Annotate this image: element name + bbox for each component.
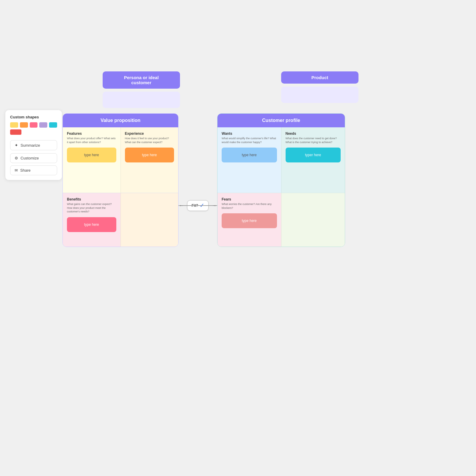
- vp-header: Value proposition: [63, 114, 178, 127]
- needs-cell: Needs What does the customer need to get…: [281, 127, 345, 193]
- chip-teal[interactable]: [49, 122, 57, 128]
- experience-bottom-cell: [120, 193, 178, 247]
- features-desc: What does your product offer? What sets …: [67, 137, 116, 144]
- persona-input[interactable]: [103, 92, 180, 108]
- cp-header: Customer profile: [217, 114, 345, 127]
- main-canvas: Persona or ideal customer Product Value …: [62, 71, 467, 283]
- chip-orange[interactable]: [20, 122, 28, 128]
- share-button[interactable]: ✉ Share: [10, 165, 57, 175]
- fears-desc: What worries the customer? Are there any…: [222, 202, 277, 210]
- experience-desc: How does it feel to use your product? Wh…: [125, 137, 174, 144]
- persona-group: Persona or ideal customer: [83, 71, 199, 108]
- gains-cell: [281, 193, 345, 247]
- persona-label: Persona or ideal customer: [103, 71, 180, 89]
- fears-title: Fears: [222, 197, 277, 201]
- chip-purple[interactable]: [39, 122, 47, 128]
- top-labels-row: Persona or ideal customer Product: [62, 71, 467, 108]
- wants-sticky[interactable]: type here: [222, 148, 277, 162]
- shape-chips-row2: [10, 129, 57, 135]
- benefits-desc: What gains can the customer expect? How …: [67, 202, 116, 214]
- experience-title: Experience: [125, 131, 174, 136]
- arrow-right-icon: →: [212, 203, 217, 208]
- benefits-cell: Benefits What gains can the customer exp…: [63, 193, 120, 247]
- needs-title: Needs: [286, 131, 341, 136]
- chip-pink[interactable]: [30, 122, 38, 128]
- framework-row: Value proposition Features What does you…: [62, 113, 467, 283]
- product-group: Product: [262, 71, 378, 108]
- features-cell: Features What does your product offer? W…: [63, 127, 120, 193]
- cp-top-row: Wants What would simplify the customer's…: [217, 127, 345, 193]
- fit-connector-area: ← → Fit? ✓: [178, 128, 217, 283]
- cp-bottom-row: Fears What worries the customer? Are the…: [217, 193, 345, 247]
- vp-bottom-row: Benefits What gains can the customer exp…: [63, 193, 178, 247]
- fears-sticky[interactable]: type here: [222, 213, 277, 228]
- product-label: Product: [281, 71, 358, 84]
- sliders-icon: ⚙: [15, 156, 18, 160]
- benefits-title: Benefits: [67, 197, 116, 201]
- wants-title: Wants: [222, 131, 277, 136]
- custom-shapes-panel: Custom shapes ✦ Summarize ⚙ Customize ✉ …: [5, 110, 62, 180]
- summarize-label: Summarize: [21, 143, 40, 148]
- needs-desc: What does the customer need to get done?…: [286, 137, 341, 144]
- share-label: Share: [20, 168, 31, 173]
- chip-red[interactable]: [10, 129, 21, 135]
- needs-sticky[interactable]: typer here: [286, 148, 341, 162]
- experience-sticky[interactable]: type here: [125, 148, 174, 162]
- product-input[interactable]: [281, 87, 358, 103]
- value-proposition-section: Value proposition Features What does you…: [62, 113, 178, 247]
- wand-icon: ✦: [15, 143, 18, 148]
- wants-desc: What would simplify the customer's life?…: [222, 137, 277, 144]
- benefits-sticky[interactable]: type here: [67, 217, 116, 232]
- wants-cell: Wants What would simplify the customer's…: [217, 127, 281, 193]
- features-sticky[interactable]: type here: [67, 148, 116, 162]
- customer-profile-section: Customer profile Wants What would simpli…: [217, 113, 345, 247]
- share-icon: ✉: [15, 168, 18, 173]
- shape-chips-row1: [10, 122, 57, 128]
- features-title: Features: [67, 131, 116, 136]
- fears-cell: Fears What worries the customer? Are the…: [217, 193, 281, 247]
- experience-cell: Experience How does it feel to use your …: [120, 127, 178, 193]
- customize-button[interactable]: ⚙ Customize: [10, 153, 57, 163]
- arrow-left-icon: ←: [179, 203, 184, 208]
- summarize-button[interactable]: ✦ Summarize: [10, 140, 57, 150]
- fit-line: [178, 205, 217, 206]
- customize-label: Customize: [21, 156, 39, 160]
- vp-top-row: Features What does your product offer? W…: [63, 127, 178, 193]
- panel-title: Custom shapes: [10, 115, 57, 119]
- chip-yellow[interactable]: [10, 122, 18, 128]
